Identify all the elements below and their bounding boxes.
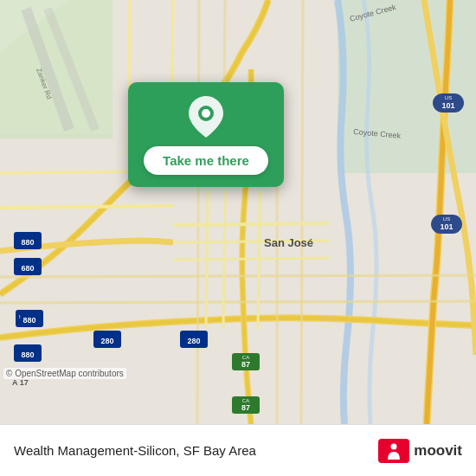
map-container: 880 I 280 280 CA 87 CA 87 US 101 US 101 …	[0, 0, 476, 424]
svg-line-4	[0, 206, 173, 208]
svg-line-14	[173, 223, 329, 225]
svg-line-5	[0, 171, 138, 173]
svg-point-54	[202, 109, 210, 118]
svg-point-55	[391, 443, 397, 449]
svg-text:880: 880	[21, 238, 34, 247]
svg-text:280: 280	[100, 337, 113, 345]
svg-text:San José: San José	[264, 236, 313, 249]
svg-line-8	[0, 275, 476, 277]
svg-text:A 17: A 17	[12, 378, 29, 387]
svg-line-9	[0, 301, 476, 303]
svg-line-19	[258, 190, 260, 329]
moovit-brand-text: moovit	[414, 442, 462, 460]
svg-text:US: US	[445, 95, 452, 100]
svg-text:101: 101	[441, 101, 454, 110]
svg-line-17	[206, 190, 208, 329]
svg-text:US: US	[443, 216, 450, 222]
map-background: 880 I 280 280 CA 87 CA 87 US 101 US 101 …	[0, 0, 476, 424]
moovit-icon	[378, 439, 409, 463]
moovit-logo: moovit	[378, 439, 462, 463]
svg-line-10	[197, 0, 199, 424]
action-card: Take me there	[128, 82, 284, 187]
bottom-bar: Wealth Management-Silicon, SF Bay Area m…	[0, 424, 476, 476]
svg-text:87: 87	[241, 403, 250, 412]
svg-rect-1	[338, 0, 476, 173]
svg-text:680: 680	[21, 264, 34, 273]
svg-text:280: 280	[187, 337, 200, 345]
svg-line-16	[173, 258, 329, 260]
svg-line-13	[301, 0, 303, 424]
svg-text:87: 87	[241, 360, 250, 369]
destination-label: Wealth Management-Silicon, SF Bay Area	[14, 443, 256, 458]
svg-text:880: 880	[23, 316, 35, 325]
svg-text:101: 101	[440, 222, 453, 231]
location-pin-icon	[187, 98, 225, 136]
svg-text:880: 880	[21, 351, 34, 359]
svg-line-18	[223, 190, 225, 329]
take-me-there-button[interactable]: Take me there	[144, 146, 268, 175]
map-attribution: © OpenStreetMap contributors	[3, 368, 126, 379]
